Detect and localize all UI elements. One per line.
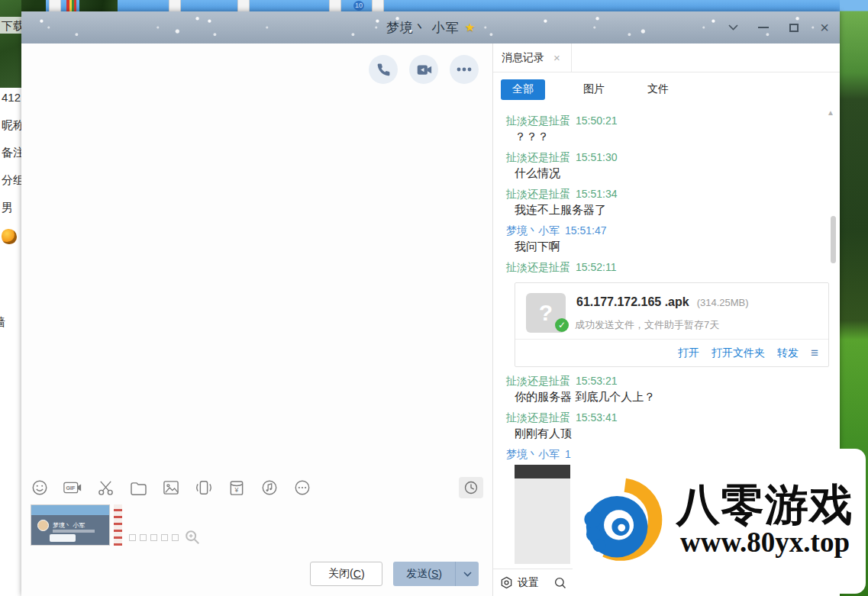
close-button[interactable]: × <box>818 21 831 34</box>
preview-card-title: 梦境丶 小军 <box>53 521 85 530</box>
preview-card-subtitle <box>53 530 95 533</box>
history-filter-bar: 全部 图片 文件 <box>493 72 840 106</box>
scrollbar-thumb[interactable] <box>831 216 836 263</box>
watermark-overlay: 八零游戏 www.80yx.top <box>573 449 866 594</box>
message-sender-row: 扯淡还是扯蛋15:50:21 <box>506 114 831 128</box>
chat-area: GIF ¥ <box>21 43 492 596</box>
file-size: (314.25MB) <box>697 297 749 308</box>
watermark-url: www.80yx.top <box>667 528 863 556</box>
music-share-icon[interactable] <box>260 478 279 497</box>
success-check-icon: ✓ <box>555 318 569 332</box>
message-sender-row: 扯淡还是扯蛋15:52:11 <box>506 261 831 275</box>
background-window-fragment <box>329 0 341 11</box>
background-window-fragment <box>169 0 181 11</box>
svg-text:¥: ¥ <box>234 486 239 494</box>
minimize-button[interactable] <box>757 21 770 34</box>
magnifier-watermark-icon <box>184 529 201 546</box>
pasted-profile-card-thumbnail[interactable]: 梦境丶 小军 <box>31 504 110 546</box>
message-time: 15:53:21 <box>576 375 618 387</box>
sender-name: 扯淡还是扯蛋 <box>506 151 570 163</box>
watermark-title: 八零游戏 <box>667 482 863 529</box>
background-window-fragment <box>237 0 250 11</box>
level-star-icon: ★ <box>465 21 475 34</box>
message-time: 15:52:11 <box>576 261 616 273</box>
message-text: ？？？ <box>506 130 831 144</box>
close-dialog-button[interactable]: 关闭(C) <box>310 562 382 586</box>
send-button[interactable]: 发送(S) <box>393 562 455 586</box>
message-text: 刚刚有人顶 <box>506 427 831 441</box>
scrollbar-up-arrow[interactable]: ▲ <box>827 109 834 117</box>
image-icon[interactable] <box>162 478 180 497</box>
background-label-partial: 墙 <box>0 315 5 330</box>
message-time: 1 <box>565 448 571 460</box>
pasted-image-thumbnail[interactable] <box>114 504 122 546</box>
sender-name: 扯淡还是扯蛋 <box>506 114 570 127</box>
watermark-swirl-logo <box>574 475 667 568</box>
message-sender-row: 梦境丶小军15:51:47 <box>506 224 831 238</box>
background-badge-icon: 10 <box>353 1 364 11</box>
file-folder-icon[interactable] <box>129 478 147 497</box>
settings-label[interactable]: 设置 <box>518 576 539 590</box>
file-menu-icon[interactable]: ≡ <box>811 346 818 359</box>
history-tab-bar: 消息记录 × <box>493 43 840 72</box>
more-actions-button[interactable] <box>450 55 479 84</box>
file-name: 61.177.172.165 .apk <box>576 295 689 309</box>
gear-icon[interactable] <box>500 576 513 589</box>
background-window-left: 下载 412 昵称 备注 分组 男 墙 <box>0 0 21 596</box>
filter-images[interactable]: 图片 <box>573 82 615 96</box>
message-history-clock-icon[interactable] <box>459 477 483 498</box>
send-options-chevron-icon[interactable] <box>456 562 479 586</box>
avatar <box>37 520 49 531</box>
sender-name: 扯淡还是扯蛋 <box>506 411 570 424</box>
screenshot-scissors-icon[interactable] <box>96 478 115 497</box>
background-label-gender: 男 <box>2 201 13 215</box>
emoji-icon[interactable] <box>31 478 49 497</box>
desktop-background-top: 10 <box>0 0 868 11</box>
red-packet-icon[interactable]: ¥ <box>227 478 246 497</box>
message-sender-row: 扯淡还是扯蛋15:53:41 <box>506 411 831 425</box>
message-canvas[interactable] <box>21 43 492 474</box>
forward-link[interactable]: 转发 <box>777 346 799 360</box>
collapse-chevron-icon[interactable] <box>727 21 739 34</box>
search-icon[interactable] <box>553 576 567 590</box>
window-shake-icon[interactable] <box>195 478 213 497</box>
message-time: 15:53:41 <box>576 411 618 424</box>
preview-card-button <box>50 534 76 542</box>
file-transfer-card[interactable]: ? 61.177.172.165 .apk (314.25MB) ✓ 成功发送文… <box>515 282 829 367</box>
emoticon-icon <box>2 229 17 244</box>
background-app-icon <box>66 0 76 11</box>
message-time: 15:50:21 <box>576 114 618 127</box>
message-text: 我连不上服务器了 <box>506 203 831 217</box>
message-input-area[interactable]: 梦境丶 小军 <box>21 501 492 552</box>
tab-close-icon[interactable]: × <box>553 51 560 64</box>
message-time: 15:51:30 <box>576 151 618 163</box>
message-sender-row: 扯淡还是扯蛋15:51:30 <box>506 151 831 165</box>
window-title: 梦境丶 小军 <box>386 19 460 37</box>
filter-files[interactable]: 文件 <box>637 82 679 96</box>
message-sender-row: 扯淡还是扯蛋15:51:34 <box>506 188 831 201</box>
message-time: 15:51:47 <box>565 224 607 237</box>
maximize-button[interactable] <box>788 21 800 34</box>
background-trees <box>79 0 118 11</box>
image-message-thumbnail[interactable] <box>515 465 570 564</box>
video-call-button[interactable] <box>409 55 438 84</box>
sender-name: 扯淡还是扯蛋 <box>506 261 570 273</box>
voice-call-button[interactable] <box>369 55 398 84</box>
watermark-faint-icons <box>129 529 201 546</box>
background-trees <box>0 0 21 88</box>
message-text: 我问下啊 <box>506 240 831 254</box>
sender-name: 梦境丶小军 <box>506 224 560 237</box>
filter-all[interactable]: 全部 <box>501 79 545 100</box>
tab-message-history[interactable]: 消息记录 × <box>493 43 572 72</box>
background-window-fragment <box>49 0 61 11</box>
open-file-link[interactable]: 打开 <box>678 346 699 360</box>
gif-icon[interactable]: GIF <box>63 478 82 497</box>
tab-title: 消息记录 <box>502 51 544 65</box>
svg-text:GIF: GIF <box>66 485 76 491</box>
more-tools-icon[interactable] <box>293 478 311 497</box>
image-thumbnail-header <box>515 465 570 478</box>
window-titlebar[interactable]: 梦境丶 小军 ★ × <box>21 11 840 43</box>
message-text: 你的服务器 到底几个人上？ <box>506 390 831 404</box>
background-window-fragment <box>372 0 384 11</box>
open-folder-link[interactable]: 打开文件夹 <box>712 346 765 360</box>
